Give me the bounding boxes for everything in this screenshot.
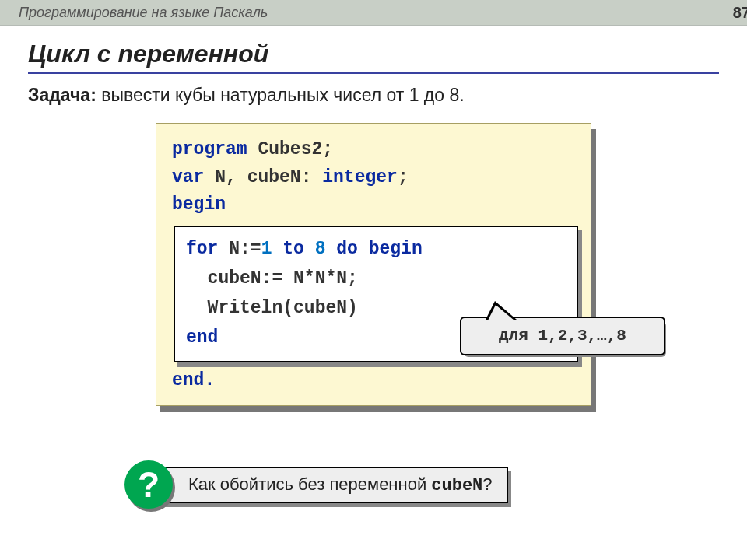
callout-text: для 1,2,3,…,8 <box>499 324 626 349</box>
kw-integer: integer <box>322 167 398 187</box>
question-text-pre: Как обойтись без переменной <box>188 474 431 494</box>
kw-do-begin: do begin <box>325 239 422 259</box>
kw-to: to <box>272 239 314 259</box>
question-box-wrap: Как обойтись без переменной cubeN? <box>156 467 508 503</box>
code-text: Cubes2; <box>247 139 333 159</box>
breadcrumb: Программирование на языке Паскаль <box>19 5 268 20</box>
question-mark: ? <box>138 464 160 506</box>
num-8: 8 <box>315 239 326 259</box>
question-box: Как обойтись без переменной cubeN? <box>156 467 508 503</box>
slide: Программирование на языке Паскаль 87 Цик… <box>0 0 747 560</box>
kw-var: var <box>172 167 204 187</box>
callout-box: для 1,2,3,…,8 <box>460 317 665 355</box>
page-number: 87 <box>733 0 747 25</box>
code-line-2: var N, cubeN: integer; <box>172 164 575 192</box>
code-outer: program Cubes2; var N, cubeN: integer; b… <box>156 123 591 406</box>
code-line-3: begin <box>172 191 575 219</box>
question-mark-icon: ? <box>124 460 173 509</box>
question-row: ? Как обойтись без переменной cubeN? <box>124 460 508 509</box>
page-title: Цикл с переменной <box>28 40 719 68</box>
task-line: Задача: вывести кубы натуральных чисел о… <box>28 85 719 106</box>
question-text-post: ? <box>482 474 492 494</box>
kw-for: for <box>186 239 218 259</box>
code-text: ; <box>398 167 409 187</box>
code-inner-line-2: cubeN:= N*N*N; <box>186 264 566 294</box>
kw-program: program <box>172 139 247 159</box>
code-line-1: program Cubes2; <box>172 136 575 164</box>
code-text: N, cubeN: <box>204 167 322 187</box>
task-text: вывести кубы натуральных чисел от 1 до 8… <box>96 85 465 105</box>
callout: для 1,2,3,…,8 <box>460 317 662 357</box>
header-band: Программирование на языке Паскаль 87 <box>0 0 747 26</box>
code-inner-line-1: for N:=1 to 8 do begin <box>186 235 566 264</box>
callout-tail <box>488 305 514 320</box>
code-block: program Cubes2; var N, cubeN: integer; b… <box>156 123 591 406</box>
heading: Цикл с переменной <box>28 40 719 74</box>
code-text: N:= <box>218 239 261 259</box>
task-label: Задача: <box>28 85 96 105</box>
question-code: cubeN <box>431 476 482 495</box>
code-line-last: end. <box>172 367 575 395</box>
num-1: 1 <box>261 239 272 259</box>
